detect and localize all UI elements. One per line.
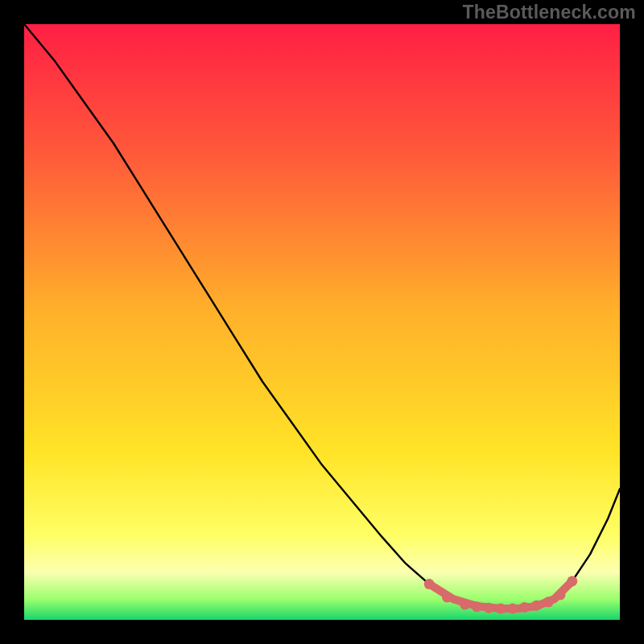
highlight-dot <box>567 576 577 586</box>
chart-container: TheBottleneck.com <box>0 0 644 644</box>
highlight-dot <box>472 601 482 612</box>
highlight-dot <box>555 589 566 600</box>
highlight-dot <box>507 603 518 613</box>
highlight-dot <box>484 603 494 613</box>
watermark-text: TheBottleneck.com <box>462 2 636 23</box>
highlight-dot <box>543 597 554 607</box>
highlight-dot <box>531 601 542 611</box>
highlight-dot <box>460 599 470 609</box>
bottleneck-chart <box>0 0 644 644</box>
gradient-panel <box>24 24 620 620</box>
highlight-dot <box>442 592 452 602</box>
highlight-dot <box>424 579 435 589</box>
highlight-dot <box>519 602 530 613</box>
highlight-dot <box>496 603 506 613</box>
